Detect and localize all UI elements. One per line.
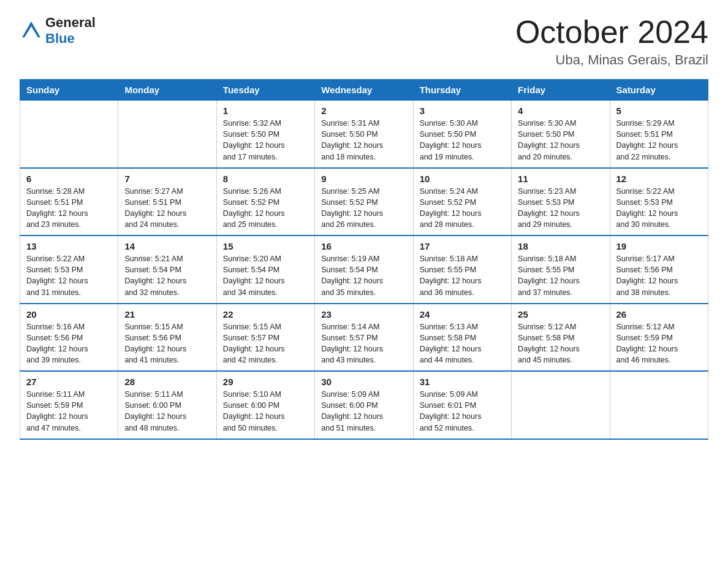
table-row: 7Sunrise: 5:27 AMSunset: 5:51 PMDaylight… (118, 168, 216, 236)
day-info: Sunrise: 5:28 AMSunset: 5:51 PMDaylight:… (26, 186, 112, 231)
day-number: 19 (616, 241, 702, 251)
day-number: 12 (616, 174, 702, 184)
table-row: 26Sunrise: 5:12 AMSunset: 5:59 PMDayligh… (610, 304, 708, 372)
day-number: 1 (223, 105, 308, 116)
day-info: Sunrise: 5:27 AMSunset: 5:51 PMDaylight:… (124, 186, 210, 231)
day-number: 9 (321, 174, 406, 184)
day-info: Sunrise: 5:11 AMSunset: 6:00 PMDaylight:… (124, 389, 210, 434)
day-info: Sunrise: 5:23 AMSunset: 5:53 PMDaylight:… (518, 186, 603, 231)
day-number: 8 (223, 174, 308, 184)
table-row: 30Sunrise: 5:09 AMSunset: 6:00 PMDayligh… (315, 371, 413, 439)
day-info: Sunrise: 5:26 AMSunset: 5:52 PMDaylight:… (223, 186, 308, 231)
day-number: 30 (321, 377, 406, 387)
day-number: 31 (420, 377, 505, 387)
day-info: Sunrise: 5:25 AMSunset: 5:52 PMDaylight:… (321, 186, 406, 231)
table-row: 21Sunrise: 5:15 AMSunset: 5:56 PMDayligh… (118, 304, 216, 372)
day-info: Sunrise: 5:17 AMSunset: 5:56 PMDaylight:… (616, 253, 702, 298)
table-row: 25Sunrise: 5:12 AMSunset: 5:58 PMDayligh… (512, 304, 610, 372)
day-info: Sunrise: 5:19 AMSunset: 5:54 PMDaylight:… (321, 253, 406, 298)
col-sunday: Sunday (20, 80, 118, 101)
day-info: Sunrise: 5:22 AMSunset: 5:53 PMDaylight:… (616, 186, 702, 231)
day-number: 4 (518, 105, 603, 116)
table-row: 6Sunrise: 5:28 AMSunset: 5:51 PMDaylight… (20, 168, 118, 236)
table-row: 11Sunrise: 5:23 AMSunset: 5:53 PMDayligh… (512, 168, 610, 236)
day-number: 2 (321, 105, 406, 116)
location-title: Uba, Minas Gerais, Brazil (515, 52, 708, 68)
table-row: 24Sunrise: 5:13 AMSunset: 5:58 PMDayligh… (413, 304, 511, 372)
table-row: 18Sunrise: 5:18 AMSunset: 5:55 PMDayligh… (512, 236, 610, 304)
table-row (610, 371, 708, 439)
day-number: 7 (124, 174, 210, 184)
table-row: 29Sunrise: 5:10 AMSunset: 6:00 PMDayligh… (216, 371, 314, 439)
col-thursday: Thursday (413, 80, 511, 101)
day-info: Sunrise: 5:10 AMSunset: 6:00 PMDaylight:… (223, 389, 308, 434)
day-number: 14 (124, 241, 210, 251)
col-tuesday: Tuesday (216, 80, 314, 101)
page-header: General Blue October 2024 Uba, Minas Ger… (20, 15, 708, 68)
day-info: Sunrise: 5:13 AMSunset: 5:58 PMDaylight:… (420, 321, 505, 366)
table-row: 19Sunrise: 5:17 AMSunset: 5:56 PMDayligh… (610, 236, 708, 304)
title-block: October 2024 Uba, Minas Gerais, Brazil (515, 15, 708, 68)
day-info: Sunrise: 5:24 AMSunset: 5:52 PMDaylight:… (420, 186, 505, 231)
col-saturday: Saturday (610, 80, 708, 101)
table-row: 3Sunrise: 5:30 AMSunset: 5:50 PMDaylight… (413, 101, 511, 168)
day-number: 26 (616, 309, 702, 320)
table-row (118, 101, 216, 168)
day-info: Sunrise: 5:29 AMSunset: 5:51 PMDaylight:… (616, 118, 702, 163)
table-row: 20Sunrise: 5:16 AMSunset: 5:56 PMDayligh… (20, 304, 118, 372)
logo-blue-text: Blue (45, 31, 96, 47)
table-row: 4Sunrise: 5:30 AMSunset: 5:50 PMDaylight… (512, 101, 610, 168)
day-number: 11 (518, 174, 603, 184)
table-row: 13Sunrise: 5:22 AMSunset: 5:53 PMDayligh… (20, 236, 118, 304)
table-row: 22Sunrise: 5:15 AMSunset: 5:57 PMDayligh… (216, 304, 314, 372)
day-number: 22 (223, 309, 308, 320)
day-number: 15 (223, 241, 308, 251)
table-row: 1Sunrise: 5:32 AMSunset: 5:50 PMDaylight… (216, 101, 314, 168)
day-info: Sunrise: 5:22 AMSunset: 5:53 PMDaylight:… (26, 253, 112, 298)
day-info: Sunrise: 5:14 AMSunset: 5:57 PMDaylight:… (321, 321, 406, 366)
calendar-week-row: 6Sunrise: 5:28 AMSunset: 5:51 PMDaylight… (20, 168, 708, 236)
day-number: 24 (420, 309, 505, 320)
calendar-week-row: 1Sunrise: 5:32 AMSunset: 5:50 PMDaylight… (20, 101, 708, 168)
table-row: 8Sunrise: 5:26 AMSunset: 5:52 PMDaylight… (216, 168, 314, 236)
table-row: 2Sunrise: 5:31 AMSunset: 5:50 PMDaylight… (315, 101, 413, 168)
calendar-week-row: 27Sunrise: 5:11 AMSunset: 5:59 PMDayligh… (20, 371, 708, 439)
table-row: 23Sunrise: 5:14 AMSunset: 5:57 PMDayligh… (315, 304, 413, 372)
day-info: Sunrise: 5:15 AMSunset: 5:56 PMDaylight:… (124, 321, 210, 366)
day-number: 16 (321, 241, 406, 251)
day-number: 10 (420, 174, 505, 184)
day-number: 6 (26, 174, 112, 184)
day-info: Sunrise: 5:12 AMSunset: 5:58 PMDaylight:… (518, 321, 603, 366)
day-info: Sunrise: 5:18 AMSunset: 5:55 PMDaylight:… (420, 253, 505, 298)
day-number: 17 (420, 241, 505, 251)
day-number: 5 (616, 105, 702, 116)
day-number: 25 (518, 309, 603, 320)
calendar-week-row: 20Sunrise: 5:16 AMSunset: 5:56 PMDayligh… (20, 304, 708, 372)
table-row (20, 101, 118, 168)
day-number: 28 (124, 377, 210, 387)
calendar-week-row: 13Sunrise: 5:22 AMSunset: 5:53 PMDayligh… (20, 236, 708, 304)
day-info: Sunrise: 5:09 AMSunset: 6:00 PMDaylight:… (321, 389, 406, 434)
day-number: 21 (124, 309, 210, 320)
day-info: Sunrise: 5:11 AMSunset: 5:59 PMDaylight:… (26, 389, 112, 434)
col-monday: Monday (118, 80, 216, 101)
day-info: Sunrise: 5:31 AMSunset: 5:50 PMDaylight:… (321, 118, 406, 163)
table-row: 16Sunrise: 5:19 AMSunset: 5:54 PMDayligh… (315, 236, 413, 304)
table-row (512, 371, 610, 439)
logo-general-text: General (45, 15, 96, 31)
table-row: 17Sunrise: 5:18 AMSunset: 5:55 PMDayligh… (413, 236, 511, 304)
day-info: Sunrise: 5:18 AMSunset: 5:55 PMDaylight:… (518, 253, 603, 298)
day-number: 27 (26, 377, 112, 387)
col-friday: Friday (512, 80, 610, 101)
day-info: Sunrise: 5:20 AMSunset: 5:54 PMDaylight:… (223, 253, 308, 298)
table-row: 28Sunrise: 5:11 AMSunset: 6:00 PMDayligh… (118, 371, 216, 439)
table-row: 9Sunrise: 5:25 AMSunset: 5:52 PMDaylight… (315, 168, 413, 236)
logo-icon (20, 19, 43, 42)
table-row: 14Sunrise: 5:21 AMSunset: 5:54 PMDayligh… (118, 236, 216, 304)
table-row: 27Sunrise: 5:11 AMSunset: 5:59 PMDayligh… (20, 371, 118, 439)
day-info: Sunrise: 5:16 AMSunset: 5:56 PMDaylight:… (26, 321, 112, 366)
col-wednesday: Wednesday (315, 80, 413, 101)
day-info: Sunrise: 5:15 AMSunset: 5:57 PMDaylight:… (223, 321, 308, 366)
day-number: 13 (26, 241, 112, 251)
day-number: 23 (321, 309, 406, 320)
